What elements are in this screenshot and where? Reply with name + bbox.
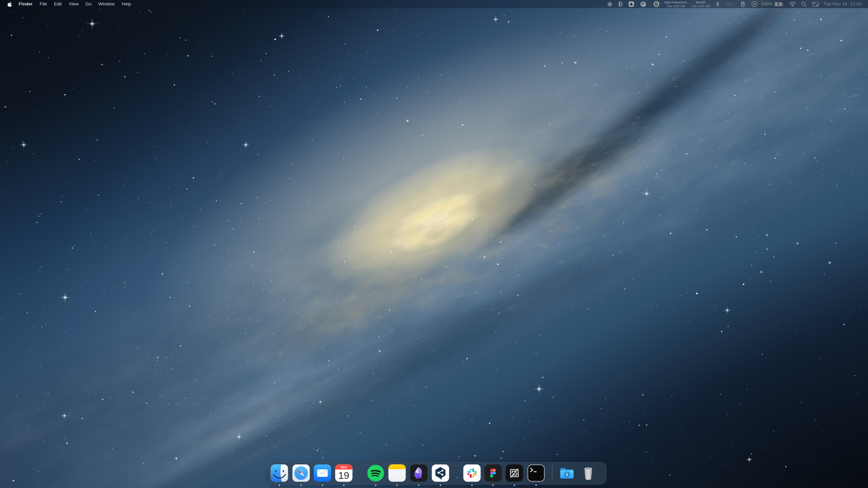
svg-text:NOV: NOV: [341, 466, 347, 469]
svg-text:19: 19: [338, 470, 349, 481]
